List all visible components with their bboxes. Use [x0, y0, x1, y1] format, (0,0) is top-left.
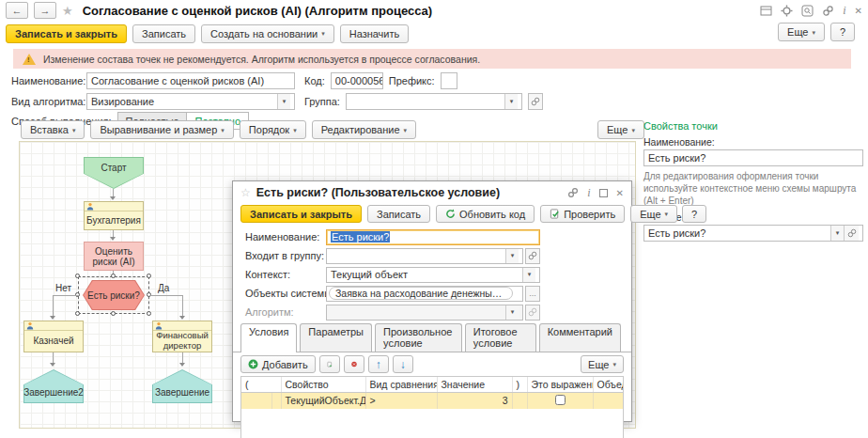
- panel-condition-select[interactable]: Есть риски? ▾: [643, 225, 863, 242]
- selection-handle[interactable]: [111, 274, 116, 278]
- col-comparison[interactable]: Вид сравнения: [365, 377, 437, 392]
- maximize-icon[interactable]: [599, 189, 608, 197]
- selection-handle[interactable]: [111, 311, 116, 316]
- info-icon[interactable]: i: [587, 186, 590, 200]
- col-close-paren[interactable]: ): [512, 377, 527, 392]
- favorite-star-icon[interactable]: ★: [62, 4, 73, 18]
- assign-button[interactable]: Назначить: [340, 24, 410, 43]
- save-button[interactable]: Записать: [132, 24, 195, 43]
- dialog-name-input[interactable]: Есть риски?: [326, 229, 540, 245]
- chevron-down-icon[interactable]: ▾: [277, 94, 290, 109]
- cell-comparison[interactable]: >: [365, 392, 437, 409]
- grid-toolbar: Добавить ↑ ↓ Еще ▾: [233, 352, 631, 376]
- settings-gear-icon[interactable]: [781, 5, 793, 17]
- table-row[interactable]: ТекущийОбъект.Доп... > 3: [241, 392, 624, 409]
- dialog-more-button[interactable]: Еще ▾: [630, 205, 677, 223]
- flow-node-treasurer[interactable]: Казначей: [23, 321, 84, 352]
- flow-node-accounting[interactable]: Бухгалтерия: [84, 201, 144, 230]
- col-open-paren[interactable]: (: [241, 377, 281, 392]
- dialog-group-link-button[interactable]: [525, 248, 540, 264]
- flow-node-end2[interactable]: Завершение2: [23, 369, 84, 403]
- save-close-button[interactable]: Записать и закрыть: [6, 24, 127, 43]
- panel-icon[interactable]: [760, 5, 772, 17]
- dialog-context-select[interactable]: Текущий объект ▾: [326, 267, 540, 283]
- role-band: [24, 321, 83, 331]
- group-link-button[interactable]: [528, 93, 543, 110]
- selection-handle[interactable]: [147, 311, 151, 316]
- dialog-objects-field[interactable]: Заявка на расходование денежных средств …: [326, 286, 523, 302]
- conditions-table[interactable]: ( Свойство Вид сравнения Значение ) Это …: [240, 376, 624, 438]
- panel-name-input[interactable]: Есть риски?: [643, 149, 863, 166]
- cell-open-paren[interactable]: [241, 392, 271, 409]
- insert-menu-button[interactable]: Вставка ▾: [21, 120, 85, 139]
- group-select[interactable]: ▾: [346, 93, 522, 110]
- chevron-down-icon: ▾: [321, 30, 325, 37]
- flow-node-fin-director[interactable]: Финансовый директор: [152, 321, 212, 352]
- flow-node-condition[interactable]: Есть риски?: [83, 280, 145, 310]
- grid-more-button[interactable]: Еще ▾: [581, 355, 624, 373]
- is-expression-checkbox[interactable]: [555, 395, 566, 405]
- link-icon[interactable]: [567, 187, 579, 198]
- algorithm-kind-select[interactable]: Визирование ▾: [86, 93, 295, 110]
- panel-title: Свойства точки: [643, 120, 863, 132]
- col-is-expression[interactable]: Это выражение: [527, 377, 593, 392]
- edit-menu-button[interactable]: Редактирование ▾: [312, 120, 416, 139]
- tab-conditions[interactable]: Условия: [240, 323, 297, 352]
- move-up-button[interactable]: ↑: [368, 355, 389, 373]
- condition-dialog: ☆ Есть риски? (Пользовательское условие)…: [232, 180, 632, 422]
- refresh-code-button[interactable]: Обновить код: [436, 205, 535, 223]
- name-input[interactable]: Согласование с оценкой рисков (AI): [86, 72, 295, 89]
- add-row-button[interactable]: Добавить: [240, 355, 316, 373]
- move-down-button[interactable]: ↓: [393, 355, 413, 373]
- link-icon[interactable]: [822, 5, 834, 17]
- col-property[interactable]: Свойство: [281, 377, 365, 392]
- nav-back-button[interactable]: ←: [6, 2, 28, 19]
- order-menu-button[interactable]: Порядок ▾: [240, 120, 306, 139]
- delete-row-button[interactable]: [344, 355, 364, 373]
- selection-handle[interactable]: [147, 274, 151, 278]
- cell-union[interactable]: [593, 392, 624, 409]
- check-button[interactable]: Проверить: [540, 205, 625, 223]
- close-icon[interactable]: ✕: [616, 188, 624, 198]
- prefix-input[interactable]: [441, 72, 457, 89]
- dialog-save-button[interactable]: Записать: [367, 205, 430, 223]
- code-input[interactable]: 00-000056: [331, 72, 383, 89]
- chevron-down-icon[interactable]: ▾: [504, 94, 518, 109]
- chevron-down-icon[interactable]: ▾: [505, 249, 519, 263]
- selection-handle[interactable]: [75, 311, 80, 316]
- chevron-down-icon[interactable]: ▾: [830, 226, 844, 241]
- search-icon[interactable]: [801, 5, 814, 17]
- align-size-menu-button[interactable]: Выравнивание и размер ▾: [90, 120, 233, 139]
- selection-handle[interactable]: [75, 274, 80, 278]
- col-union[interactable]: Объединение с: [593, 377, 624, 392]
- cell-value[interactable]: 3: [437, 392, 512, 409]
- copy-row-button[interactable]: [319, 355, 340, 373]
- panel-condition-link-button[interactable]: [844, 226, 859, 241]
- branch-no-label: Нет: [55, 283, 71, 293]
- favorite-star-icon[interactable]: ☆: [240, 186, 251, 199]
- flow-node-start[interactable]: Старт: [84, 157, 144, 189]
- tab-arbitrary-condition[interactable]: Произвольное условие: [375, 323, 462, 352]
- info-icon[interactable]: i: [843, 4, 845, 18]
- dialog-save-close-button[interactable]: Записать и закрыть: [240, 205, 362, 223]
- flow-node-end[interactable]: Завершение: [152, 369, 212, 403]
- chevron-down-icon[interactable]: ▾: [522, 268, 535, 282]
- role-band: [85, 202, 143, 211]
- flowchart-more-button[interactable]: Еще ▾: [597, 120, 644, 139]
- more-button[interactable]: Еще ▾: [778, 23, 825, 41]
- create-based-on-label: Создать на основании: [210, 28, 318, 39]
- help-button[interactable]: ?: [830, 23, 855, 41]
- dialog-objects-pick-button[interactable]: ...: [525, 286, 540, 302]
- close-icon[interactable]: ✕: [855, 6, 862, 16]
- tab-parameters[interactable]: Параметры: [300, 323, 372, 352]
- cell-close-paren[interactable]: [512, 392, 527, 409]
- create-based-on-button[interactable]: Создать на основании ▾: [201, 24, 334, 43]
- dialog-group-select[interactable]: ▾: [326, 248, 523, 264]
- col-value[interactable]: Значение: [437, 377, 512, 392]
- tab-total-condition[interactable]: Итоговое условие: [465, 323, 536, 352]
- cell-property[interactable]: ТекущийОбъект.Доп...: [281, 392, 365, 409]
- dialog-help-button[interactable]: ?: [682, 205, 706, 223]
- tab-comment[interactable]: Комментарий: [539, 323, 621, 352]
- flow-node-assess[interactable]: Оценить риски (AI): [84, 242, 144, 271]
- nav-forward-button[interactable]: →: [34, 2, 56, 19]
